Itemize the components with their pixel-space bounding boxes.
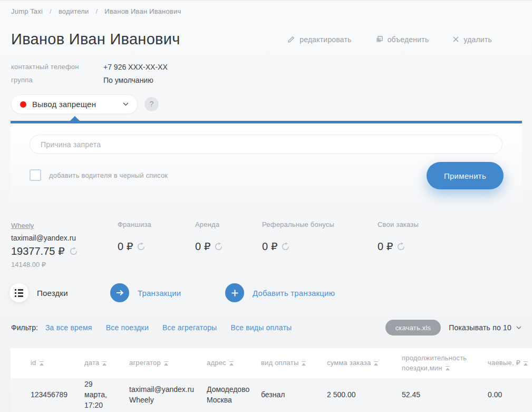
section-tabs: Поездки Транзакции Добавить транзакцию [0,283,532,303]
cell-aggregator: taximail@yandex.ru Wheely [129,385,207,406]
breadcrumb-drivers[interactable]: водители [59,7,89,15]
merge-button[interactable]: объеденить [376,35,429,44]
stat-own-orders: Свои заказы 0 ₽ [378,221,419,269]
breadcrumb-separator: / [50,7,52,15]
filter-row: Фильтр: За все время Все поездки Все агр… [11,319,521,336]
col-header-id[interactable]: id [11,358,84,368]
sort-icon[interactable] [302,361,306,366]
filter-period[interactable]: За все время [45,323,92,332]
breadcrumb-home[interactable]: Jump Taxi [11,7,43,15]
payout-status-select[interactable]: Вывод запрещен [11,94,138,114]
stat-referral-bonuses: Реферальные бонусы 0 ₽ [262,221,378,269]
apply-button[interactable]: Применить [427,162,504,189]
driver-profile-page: Jump Taxi / водители / Иванов Иван Ивано… [0,0,532,412]
sort-icon[interactable] [40,361,44,366]
col-header-aggregator[interactable]: агрегатор [129,358,207,368]
refresh-icon[interactable] [281,242,290,251]
tab-add-transaction[interactable]: Добавить транзакцию [225,283,335,302]
page-size-label: Показывать по 10 [449,323,511,332]
col-header-payment-type[interactable]: вид оплаты [261,358,327,368]
filter-payment-types[interactable]: Все виды оплаты [230,323,292,332]
account-column: Wheely taximail@yandex.ru 19377.75 ₽ 141… [11,221,118,269]
account-sub-balance: 14148.00 ₽ [11,261,118,269]
balances-section: Wheely taximail@yandex.ru 19377.75 ₽ 141… [11,221,532,269]
stat-value: 0 ₽ [262,240,277,253]
sort-icon[interactable] [374,361,378,366]
page-title: Иванов Иван Иванович [11,31,180,48]
driver-info: контактный телефон +7 926 XXX-XX-XX груп… [11,63,168,89]
col-header-order-sum[interactable]: сумма заказа [327,358,402,368]
col-header-date[interactable]: дата [84,358,129,368]
header-actions: редактировать объеденить удалить [288,35,492,44]
cell-id: 123456789 [11,390,84,400]
sort-icon[interactable] [102,361,107,366]
list-icon [9,283,28,302]
tab-trips[interactable]: Поездки [9,283,68,302]
sort-icon[interactable] [164,361,168,366]
blacklist-checkbox[interactable] [30,169,41,181]
arrow-right-icon [110,283,129,302]
merge-label: объеденить [388,35,429,44]
ban-reason-input[interactable] [30,135,502,154]
info-row-phone: контактный телефон +7 926 XXX-XX-XX [11,63,168,71]
pencil-icon [288,36,295,43]
edit-label: редактировать [299,35,351,44]
sort-icon[interactable] [446,366,450,371]
download-xls-button[interactable]: скачать.xls [385,320,441,336]
cell-payment-type: безнал [261,390,327,400]
blacklist-label[interactable]: добавить водителя в черный список [49,171,168,179]
stat-label: Свои заказы [378,221,419,228]
col-header-duration[interactable]: продолжительность поездки,мин [402,353,488,373]
ban-reason-panel: добавить водителя в черный список Примен… [11,123,522,206]
chevron-down-icon [123,102,129,106]
refresh-icon[interactable] [396,242,405,251]
status-row: Вывод запрещен ? [11,94,159,114]
account-balance: 19377.75 ₽ [11,245,65,257]
merge-icon [376,36,383,43]
table-row[interactable]: 123456789 29 марта, 17:20 taximail@yande… [11,378,532,412]
filter-label: Фильтр: [11,323,38,332]
delete-label: удалить [463,35,492,44]
tab-transactions-label: Транзакции [138,289,181,298]
phone-label: контактный телефон [11,63,103,71]
sort-icon[interactable] [229,361,234,366]
plus-icon [225,283,244,302]
cell-address: Домодедово Москва [207,385,261,406]
stat-rent: Аренда 0 ₽ [195,221,262,269]
breadcrumb-separator: / [96,7,98,15]
col-header-address[interactable]: адрес [207,358,261,368]
stat-label: Реферальные бонусы [262,221,378,228]
delete-button[interactable]: удалить [453,35,492,44]
sort-icon[interactable] [524,361,528,366]
payout-status-value: Вывод запрещен [32,100,123,109]
edit-button[interactable]: редактировать [288,35,351,44]
group-value: По умолчанию [103,76,153,84]
account-email: taximail@yandex.ru [11,234,118,242]
cell-date: 29 марта, 17:20 [84,379,129,411]
stat-value: 0 ₽ [118,240,133,253]
page-size-select[interactable]: Показывать по 10 [449,323,521,332]
tab-add-transaction-label: Добавить транзакцию [253,289,335,298]
refresh-icon[interactable] [69,247,78,256]
aggregator-link[interactable]: Wheely [11,222,34,229]
info-row-group: группа По умолчанию [11,76,168,84]
stat-value: 0 ₽ [195,240,210,253]
filter-trips[interactable]: Все поездки [106,323,149,332]
tab-transactions[interactable]: Транзакции [110,283,181,302]
col-header-tips[interactable]: чаевые, ₽ [488,358,532,368]
group-label: группа [11,76,103,84]
tab-trips-label: Поездки [37,289,68,298]
stat-value: 0 ₽ [378,240,393,253]
breadcrumb: Jump Taxi / водители / Иванов Иван Ивано… [11,7,181,15]
table-header-row: id дата агрегатор адрес вид оплаты сумма… [11,348,532,378]
header-row: Иванов Иван Иванович редактировать объед… [11,31,492,48]
refresh-icon[interactable] [137,242,146,251]
status-dot-icon [20,101,26,108]
refresh-icon[interactable] [214,242,223,251]
phone-value: +7 926 XXX-XX-XX [103,63,168,71]
trips-table: id дата агрегатор адрес вид оплаты сумма… [11,348,532,412]
blacklist-row: добавить водителя в черный список [30,169,168,181]
help-button[interactable]: ? [144,97,159,111]
stat-label: Франшиза [118,221,195,228]
filter-aggregators[interactable]: Все агрегаторы [162,323,217,332]
